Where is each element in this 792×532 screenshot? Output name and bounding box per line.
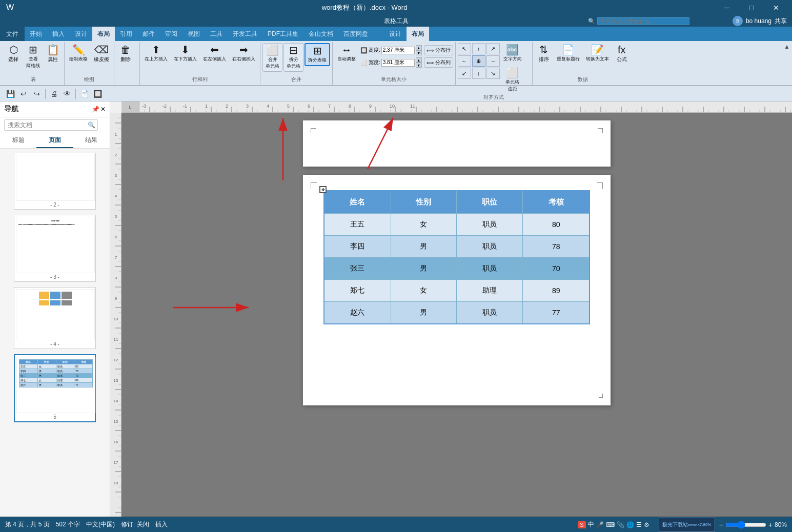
nav-tab-pages[interactable]: 页面: [36, 133, 73, 148]
ribbon-group-table: ⬡选择 ⊞查看网格线 📋属性 表: [2, 42, 65, 85]
split-cells-button[interactable]: ⊟拆分单元格: [283, 43, 303, 72]
word-count: 502 个字: [56, 520, 80, 529]
delete-button[interactable]: 🗑删除: [116, 43, 135, 65]
properties-button[interactable]: 📋属性: [44, 43, 62, 65]
insert-left-button[interactable]: ⬅在左侧插入: [200, 43, 229, 64]
align-bc[interactable]: ↓: [472, 68, 485, 79]
user-area[interactable]: B bo huang 共享: [733, 16, 787, 26]
share-button[interactable]: 共享: [775, 17, 787, 26]
width-down[interactable]: ▼: [416, 63, 422, 68]
quick-access-toolbar: 💾 ↩ ↪ 🖨 👁 📄 🔲: [0, 86, 792, 101]
auto-adjust-button[interactable]: ↔自动调整: [335, 43, 358, 64]
align-tl[interactable]: ↖: [458, 43, 471, 54]
formula-button[interactable]: fx公式: [613, 43, 631, 65]
insert-below-button[interactable]: ⬇在下方插入: [171, 43, 199, 64]
nav-search-input[interactable]: [4, 119, 98, 131]
page-thumb-2[interactable]: - 2 -: [14, 153, 96, 210]
undo-button[interactable]: ↩: [17, 88, 30, 100]
copy-format-button[interactable]: 📄: [78, 88, 90, 100]
ribbon-tab-design[interactable]: 设计: [70, 27, 92, 41]
svg-text:12: 12: [114, 358, 118, 362]
zoom-slider[interactable]: − + 80%: [719, 521, 787, 529]
ribbon-tab-table-layout[interactable]: 布局: [407, 27, 429, 41]
eraser-button[interactable]: ⌫橡皮擦: [91, 43, 112, 65]
toolbar-separator: [45, 89, 46, 99]
page-thumb-4[interactable]: - 4 -: [14, 287, 96, 349]
print-button[interactable]: 🖨: [48, 88, 60, 100]
page-thumb-label-2: - 2 -: [16, 201, 94, 208]
width-up[interactable]: ▲: [416, 57, 422, 63]
cell-margin-button[interactable]: ⬜单元格边距: [501, 66, 524, 94]
ribbon-tab-tools[interactable]: 工具: [205, 27, 228, 41]
nav-pin-button[interactable]: 📌: [92, 106, 99, 113]
ribbon-tab-mail[interactable]: 邮件: [137, 27, 160, 41]
view-gridlines-button[interactable]: ⊞查看网格线: [24, 43, 43, 71]
view-mode-button[interactable]: 🔲: [91, 88, 104, 100]
ribbon-tab-review[interactable]: 审阅: [160, 27, 182, 41]
save-button[interactable]: 💾: [4, 88, 16, 100]
minimize-button[interactable]: ─: [715, 0, 739, 15]
align-tc[interactable]: ↑: [472, 43, 485, 54]
document-scroll-area[interactable]: ✥ 姓名 性别 职位 考核: [121, 113, 792, 517]
ribbon-collapse-button[interactable]: ▲: [784, 43, 790, 50]
zoom-range[interactable]: [725, 521, 766, 529]
align-mc[interactable]: ⊕: [472, 55, 485, 67]
sort-button[interactable]: ⇅排序: [535, 43, 553, 65]
height-label: 🔲: [360, 47, 368, 54]
ribbon-tab-view[interactable]: 视图: [182, 27, 205, 41]
nav-tab-results[interactable]: 结果: [73, 133, 110, 148]
align-tr[interactable]: ↗: [486, 43, 500, 54]
close-button[interactable]: ✕: [764, 0, 788, 15]
redo-button[interactable]: ↪: [31, 88, 43, 100]
align-bl[interactable]: ↙: [458, 68, 471, 79]
ribbon-tab-file[interactable]: 文件: [0, 27, 25, 41]
table-move-handle[interactable]: ✥: [319, 186, 327, 193]
print-preview-button[interactable]: 👁: [61, 88, 73, 100]
page-thumb-3[interactable]: ■■■ ■■■ ■■■■ ■■■■■■■■■■■■■■■■■■■■■■■■■■■…: [14, 215, 96, 282]
nav-close-button[interactable]: ✕: [100, 106, 106, 113]
distribute-row-button[interactable]: ⟺分布行: [424, 45, 453, 55]
vertical-ruler: 1 2 3 4 5 6 7 8 9 10 11 12 13 14 15 16 1: [110, 113, 121, 517]
height-up[interactable]: ▲: [416, 45, 422, 50]
align-ml[interactable]: ←: [458, 55, 471, 67]
help-search-input[interactable]: [597, 17, 689, 25]
ribbon-tab-baidu[interactable]: 百度网盘: [338, 27, 373, 41]
insert-right-button[interactable]: ➡在右侧插入: [230, 43, 258, 64]
width-input[interactable]: [381, 59, 415, 67]
svg-text:9: 9: [369, 104, 372, 109]
height-down[interactable]: ▼: [416, 50, 422, 55]
select-button[interactable]: ⬡选择: [4, 43, 23, 65]
maximize-button[interactable]: □: [740, 0, 763, 15]
ribbon-tab-jinshan[interactable]: 金山文档: [303, 27, 338, 41]
ribbon-tab-insert[interactable]: 插入: [47, 27, 70, 41]
ribbon-tab-ref[interactable]: 引用: [115, 27, 137, 41]
insert-above-button[interactable]: ⬆在上方插入: [142, 43, 170, 64]
text-direction-button[interactable]: 🔤文字方向: [501, 43, 524, 64]
height-input[interactable]: [381, 47, 415, 54]
repeat-header-button[interactable]: 📄重复标题行: [554, 43, 582, 64]
ribbon-tab-table-design[interactable]: 设计: [384, 27, 407, 41]
ime-indicator[interactable]: S 中 🎤 ⌨ 📎 🌐 ☰ ⚙: [578, 520, 649, 529]
page-thumb-5[interactable]: 姓名 性别 职位 考核 王五女职员80 李四男职员78 张三男职员70 郑七女助…: [14, 354, 96, 422]
merge-cells-button[interactable]: ⬜合并单元格: [262, 43, 282, 72]
draw-table-button[interactable]: ✏️绘制表格: [67, 43, 90, 64]
svg-text:3: 3: [115, 173, 117, 178]
data-group-label: 数据: [535, 76, 631, 84]
ribbon-tab-pdf[interactable]: PDF工具集: [262, 27, 303, 41]
ribbon-tab-dev[interactable]: 开发工具: [228, 27, 262, 41]
nav-tab-titles[interactable]: 标题: [0, 133, 36, 148]
svg-text:1: 1: [115, 132, 117, 137]
align-br[interactable]: ↘: [486, 68, 500, 79]
split-table-button[interactable]: ⊞拆分表格: [304, 43, 330, 66]
convert-text-button[interactable]: 📝转换为文本: [583, 43, 612, 64]
nav-search-button[interactable]: 🔍: [88, 121, 95, 129]
align-mr[interactable]: →: [486, 55, 500, 67]
table-row: 李四 男 职员 78: [324, 236, 590, 258]
zoom-out-button[interactable]: −: [719, 521, 723, 529]
distribute-col-button[interactable]: ⟺分布列: [424, 57, 453, 68]
ribbon-tab-start[interactable]: 开始: [25, 27, 47, 41]
table-group-label: 表: [4, 76, 62, 84]
zoom-in-button[interactable]: +: [768, 521, 773, 529]
ribbon-tab-layout[interactable]: 布局: [92, 27, 115, 41]
ribbon-content: ⬡选择 ⊞查看网格线 📋属性 表 ✏️绘制表格 ⌫橡皮擦 绘图 🗑删除 ⬆在上方…: [0, 41, 792, 86]
